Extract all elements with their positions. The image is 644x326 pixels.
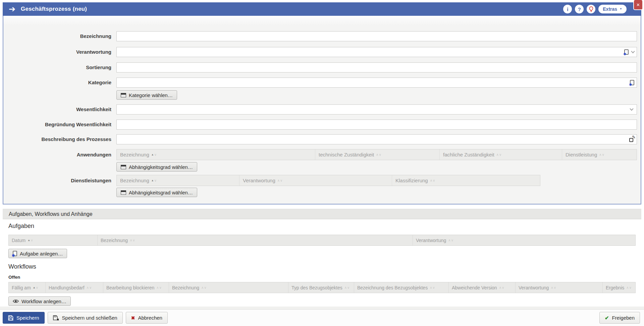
column-label: Ergebnis [606, 285, 624, 290]
close-button[interactable]: ✕ [633, 0, 643, 10]
sort-icon: ∧∨ [499, 286, 504, 289]
column-label: Klassifizierung [395, 178, 428, 183]
cancel-x-icon: ✖ [131, 315, 135, 321]
new-document-icon[interactable] [630, 80, 634, 85]
column-header-bezeichnung-des-bezugsobjektes[interactable]: Bezeichnung des Bezugsobjektes ∧∨ [354, 282, 449, 293]
column-header-datum[interactable]: Datum ▲∨ [9, 235, 98, 245]
chevron-down-icon: ▼ [620, 8, 622, 10]
sort-icon: ∧∨ [130, 238, 135, 242]
aufgabe-anlegen-button[interactable]: Aufgabe anlegen… [8, 249, 67, 258]
extras-label: Extras [603, 6, 617, 12]
title-bar-actions: i ? Extras ▼ [563, 5, 627, 13]
workflow-anlegen-button[interactable]: Workflow anlegen… [8, 296, 71, 306]
sort-asc-icon: ▲∨ [33, 286, 38, 289]
column-header-verantwortung[interactable]: Verantwortung ∧∨ [516, 282, 603, 293]
arrow-right-icon: ➔ [9, 5, 15, 13]
edit-icon[interactable]: ✎ [629, 137, 634, 142]
save-button[interactable]: Speichern [3, 312, 45, 324]
column-label: Bezeichnung [120, 178, 149, 183]
column-header-verantwortung[interactable]: Verantwortung ∧∨ [413, 235, 635, 245]
sort-icon: ∧∨ [376, 153, 381, 156]
release-label: Freigeben [612, 315, 635, 321]
new-document-icon [13, 251, 17, 256]
kategorie-field-wrap [116, 78, 637, 88]
column-label: Datum [12, 238, 25, 243]
column-header-bezeichnung[interactable]: Bezeichnung ∧∨ [169, 282, 288, 293]
column-header-typ-des-bezugsobjektes[interactable]: Typ des Bezugsobjektes ∧∨ [288, 282, 354, 293]
column-label: Bezeichnung des Bezugsobjektes [357, 285, 428, 290]
title-bar: ➔ Geschäftsprozess (neu) i ? Extras ▼ [3, 2, 641, 16]
cancel-button[interactable]: ✖ Abbrechen [126, 312, 168, 324]
begruendung-wesentlichkeit-input[interactable] [116, 120, 637, 130]
sort-icon: ∧∨ [599, 153, 604, 156]
column-header-fachliche-zustaendigkeit[interactable]: fachliche Zuständigkeit ∧∨ [440, 149, 562, 160]
sort-icon: ∧∨ [626, 286, 632, 289]
sort-icon: ∧∨ [156, 286, 162, 289]
column-header-abweichende-version[interactable]: Abweichende Version ∧∨ [449, 282, 516, 293]
bezeichnung-label: Bezeichnung [3, 31, 111, 41]
table-picker-icon [121, 190, 126, 195]
sortierung-input[interactable] [116, 62, 637, 73]
column-label: Verantwortung [519, 285, 549, 290]
kategorie-waehlen-button[interactable]: Kategorie wählen… [116, 90, 177, 100]
column-header-bezeichnung[interactable]: Bezeichnung ▲∨ [117, 175, 239, 186]
aufgabe-anlegen-label: Aufgabe anlegen… [20, 251, 63, 257]
kategorie-input[interactable] [116, 78, 637, 88]
table-picker-icon [121, 165, 126, 169]
chevron-down-icon[interactable] [631, 49, 635, 53]
verantwortung-field-wrap [116, 47, 637, 57]
bezeichnung-input[interactable] [116, 31, 637, 41]
column-label: Dienstleistung [566, 152, 597, 157]
extras-dropdown[interactable]: Extras ▼ [598, 5, 627, 13]
column-header-bezeichnung[interactable]: Bezeichnung ▲∨ [117, 149, 315, 160]
footer-divider [0, 307, 644, 309]
column-header-technische-zustaendigkeit[interactable]: technische Zuständigkeit ∧∨ [315, 149, 440, 160]
new-document-icon[interactable] [624, 49, 629, 55]
workflows-table-header: Fällig am ▲∨ Handlungsbedarf ∧∨ Bearbeit… [8, 282, 636, 293]
column-label: Bezeichnung [120, 152, 149, 157]
column-label: technische Zuständigkeit [319, 152, 374, 157]
dienstleistungen-table-header: Bezeichnung ▲∨ Verantwortung ∧∨ Klassifi… [116, 175, 540, 186]
save-label: Speichern [16, 315, 39, 321]
hint-bulb-icon[interactable] [587, 5, 595, 13]
sort-icon: ∧∨ [430, 286, 435, 289]
sort-icon: ∧∨ [496, 153, 502, 156]
column-header-klassifizierung[interactable]: Klassifizierung ∧∨ [392, 175, 540, 186]
dienstleistungen-label: Dienstleistungen [3, 175, 111, 186]
column-label: Bezeichnung [172, 285, 199, 290]
dialog-geschaeftsprozess: ➔ Geschäftsprozess (neu) i ? Extras ▼ ✕ … [0, 0, 644, 326]
anwendungen-label: Anwendungen [3, 149, 111, 160]
column-header-bezeichnung[interactable]: Bezeichnung ∧∨ [98, 235, 413, 245]
sort-icon: ∧∨ [430, 179, 435, 182]
column-label: fachliche Zuständigkeit [443, 152, 494, 157]
dienstleistungen-abhaengigkeitsgrad-button[interactable]: Abhängigkeitsgrad wählen… [116, 188, 197, 197]
help-icon[interactable]: ? [575, 5, 584, 13]
release-button[interactable]: ✔ Freigeben [599, 312, 640, 324]
chevron-down-icon[interactable] [630, 107, 633, 110]
save-disk-icon [8, 315, 13, 321]
info-icon[interactable]: i [563, 5, 572, 13]
verantwortung-label: Verantwortung [3, 47, 111, 57]
column-label: Bearbeitung blockieren [106, 285, 154, 290]
column-header-faellig-am[interactable]: Fällig am ▲∨ [9, 282, 46, 293]
column-label: Verantwortung [416, 238, 446, 243]
verantwortung-input[interactable] [116, 47, 637, 57]
wesentlichkeit-select[interactable] [116, 104, 637, 114]
column-header-ergebnis[interactable]: Ergebnis ∧∨ [603, 282, 635, 293]
save-and-close-button[interactable]: Speichern und schließen [48, 312, 123, 324]
footer-button-bar: Speichern Speichern und schließen ✖ Abbr… [0, 309, 644, 326]
sort-icon: ∧∨ [277, 179, 283, 182]
column-header-verantwortung[interactable]: Verantwortung ∧∨ [239, 175, 392, 186]
column-label: Bezeichnung [101, 238, 128, 243]
beschreibung-prozess-input[interactable] [116, 134, 637, 144]
column-header-handlungsbedarf[interactable]: Handlungsbedarf ∧∨ [46, 282, 103, 293]
kategorie-waehlen-label: Kategorie wählen… [129, 92, 173, 98]
anwendungen-abhaengigkeitsgrad-button[interactable]: Abhängigkeitsgrad wählen… [116, 162, 197, 172]
column-header-dienstleistung[interactable]: Dienstleistung ∧∨ [562, 149, 637, 160]
begruendung-field-wrap [116, 120, 637, 130]
beschreibung-prozess-label: Beschreibung des Prozesses [3, 134, 111, 144]
column-label: Verantwortung [243, 178, 275, 183]
sort-icon: ∧∨ [551, 286, 556, 289]
column-label: Handlungsbedarf [49, 285, 85, 290]
column-header-bearbeitung-blockieren[interactable]: Bearbeitung blockieren ∧∨ [103, 282, 169, 293]
